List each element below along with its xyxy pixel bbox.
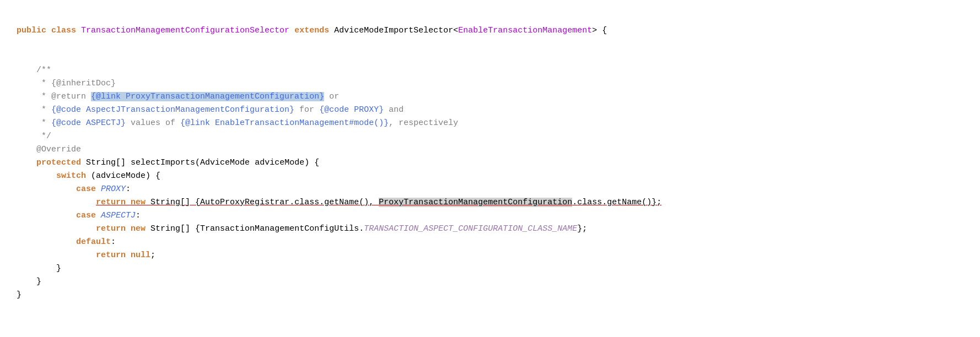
- doc-comment-end: */: [41, 132, 51, 141]
- line-atcode: * {@code AspectJTransactionManagementCon…: [17, 105, 403, 115]
- doc-comment-star: *: [41, 79, 51, 88]
- brace-open: {: [602, 26, 607, 35]
- param-name: adviceMode): [255, 158, 309, 167]
- keyword-case-proxy: case: [76, 184, 96, 194]
- brace-class-close: }: [17, 290, 21, 300]
- line-return-aspectj: return new String[] {TransactionManageme…: [17, 224, 587, 233]
- line-case-aspectj: case ASPECTJ:: [17, 211, 141, 220]
- doc-comment-star4: *: [41, 118, 51, 128]
- javadoc-code-proxy: {@code PROXY}: [319, 105, 384, 115]
- string-array-proxy: String[] {AutoProxyRegistrar.class.getNa…: [150, 198, 661, 207]
- javadoc-code-aspectj: {@code ASPECTJ}: [51, 118, 126, 128]
- code-editor: public class TransactionManagementConfig…: [17, 11, 963, 302]
- javadoc-inheritdoc: {@inheritDoc}: [51, 79, 116, 88]
- brace-method: {: [314, 158, 319, 167]
- switch-expr: (adviceMode) {: [91, 171, 160, 181]
- line-inheritdoc: * {@inheritDoc}: [17, 79, 116, 88]
- brace-method-close: }: [36, 277, 41, 286]
- javadoc-and: and: [384, 105, 403, 115]
- line-case-proxy: case PROXY:: [17, 184, 131, 194]
- method-name: selectImports(AdviceMode: [131, 158, 250, 167]
- javadoc-link-enable: {@link EnableTransactionManagement#mode(…: [180, 118, 389, 128]
- line-comment-end: */: [17, 132, 51, 141]
- return-type: String[]: [86, 158, 126, 167]
- keyword-default: default: [76, 237, 111, 247]
- line-override: @Override: [17, 145, 81, 154]
- javadoc-link-proxy: {@link ProxyTransactionManagementConfigu…: [91, 92, 324, 101]
- line-switch-close: }: [17, 264, 61, 273]
- doc-comment-start: /**: [36, 66, 51, 75]
- keyword-class: class: [51, 26, 76, 35]
- semicolon-null: ;: [150, 251, 155, 260]
- javadoc-or: or: [324, 92, 339, 101]
- brace-switch-close: }: [56, 264, 61, 273]
- javadoc-respectively: , respectively: [389, 118, 458, 128]
- line-return-null: return null;: [17, 251, 155, 260]
- default-colon: :: [111, 237, 116, 247]
- highlighted-class-proxy: ProxyTransactionManagementConfiguration: [379, 198, 572, 207]
- return-proxy-line: return new String[] {AutoProxyRegistrar.…: [96, 198, 661, 207]
- keyword-switch: switch: [56, 171, 86, 181]
- case-aspectj-value: ASPECTJ: [101, 211, 136, 220]
- keyword-new-proxy: new: [131, 198, 146, 207]
- javadoc-for: for: [294, 105, 319, 115]
- line-switch: switch (adviceMode) {: [17, 171, 160, 181]
- line-class-close: }: [17, 290, 21, 300]
- keyword-protected: protected: [36, 158, 81, 167]
- constant-name: TRANSACTION_ASPECT_CONFIGURATION_CLASS_N…: [364, 224, 577, 233]
- javadoc-return: @return: [51, 92, 86, 101]
- line-comment-start: /**: [17, 66, 51, 75]
- superclass-name: AdviceModeImportSelector<EnableTransacti…: [334, 26, 597, 35]
- keyword-extends: extends: [294, 26, 329, 35]
- case-aspectj-colon: :: [136, 211, 141, 220]
- case-colon: :: [126, 184, 131, 194]
- line-1: public class TransactionManagementConfig…: [17, 26, 607, 35]
- doc-comment-star3: *: [41, 105, 51, 115]
- line-default: default:: [17, 237, 116, 247]
- keyword-return-proxy: return: [96, 198, 126, 207]
- doc-comment-star2: *: [41, 92, 51, 101]
- keyword-return-null: return: [96, 251, 126, 260]
- keyword-public: public: [17, 26, 46, 35]
- case-proxy-value: PROXY: [101, 184, 126, 194]
- annotation-override: @Override: [36, 145, 81, 154]
- line-aspectj: * {@code ASPECTJ} values of {@link Enabl…: [17, 118, 458, 128]
- line-method-sig: protected String[] selectImports(AdviceM…: [17, 158, 319, 167]
- string-array-aspectj: String[] {TransactionManagementConfigUti…: [150, 224, 587, 233]
- line-return: * @return {@link ProxyTransactionManagem…: [17, 92, 339, 101]
- generic-type: EnableTransactionManagement: [458, 26, 592, 35]
- javadoc-values: values of: [126, 118, 180, 128]
- keyword-return-aspectj: return: [96, 224, 126, 233]
- line-method-close: }: [17, 277, 41, 286]
- keyword-case-aspectj: case: [76, 211, 96, 220]
- keyword-new-aspectj: new: [131, 224, 146, 233]
- keyword-null: null: [131, 251, 150, 260]
- line-return-proxy: return new String[] {AutoProxyRegistrar.…: [17, 198, 661, 207]
- class-name-main: TransactionManagementConfigurationSelect…: [81, 26, 289, 35]
- javadoc-code-aspect: {@code AspectJTransactionManagementConfi…: [51, 105, 294, 115]
- line-blank-1: [17, 52, 21, 62]
